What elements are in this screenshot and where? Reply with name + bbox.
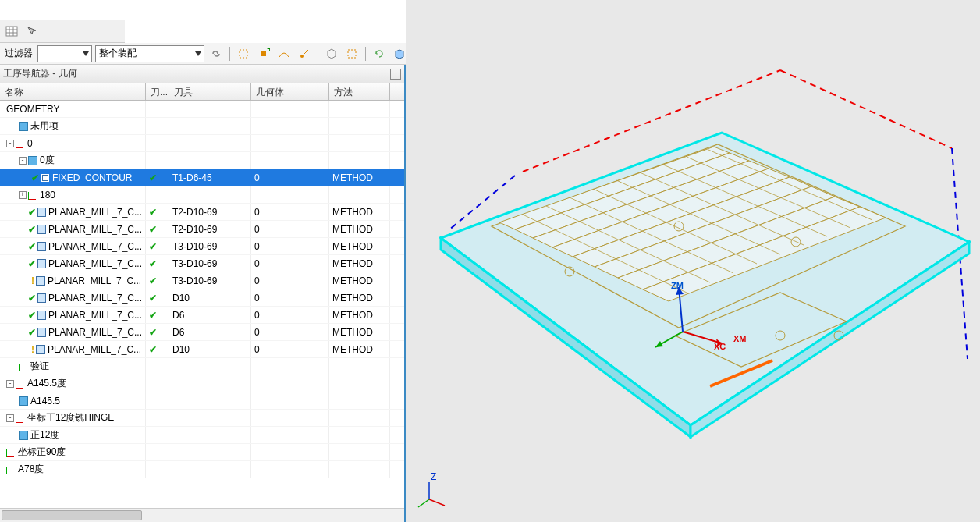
cell-geom: 0 [251,169,329,186]
row-name: PLANAR_MILL_7_C... [48,293,142,304]
track-check-icon: ✔ [149,207,157,218]
row-name: 坐标正90度 [18,446,66,459]
row-name: 验证 [30,360,49,373]
cell-tool [169,410,251,426]
tree-row[interactable]: GEOMETRY [0,101,404,118]
status-check-icon: ✔ [28,310,36,321]
row-name: PLANAR_MILL_7_C... [48,207,142,218]
column-geom[interactable]: 几何体 [251,83,329,100]
horizontal-scrollbar[interactable] [0,508,404,522]
tree-row[interactable]: 验证 [0,358,404,375]
column-tool[interactable]: 刀具 [169,83,251,100]
marquee-icon[interactable] [343,45,360,62]
cell-geom [251,392,329,409]
cell-method [329,444,390,460]
cell-method: METHOD [329,204,390,220]
cell-method [329,410,390,426]
status-check-icon: ✔ [28,224,36,235]
coord-icon [16,379,25,389]
hex-icon[interactable] [323,45,340,62]
cube-icon [19,122,28,131]
table-icon[interactable] [3,23,20,40]
separator [229,47,230,61]
tree-row[interactable]: ✔PLANAR_MILL_7_C...✔T3-D10-690METHOD [0,255,404,272]
tree-row[interactable]: ✔PLANAR_MILL_7_C...✔D60METHOD [0,324,404,341]
cell-geom [251,444,329,460]
tree-row[interactable]: 正12度 [0,427,404,444]
tree-row[interactable]: !PLANAR_MILL_7_C...✔D100METHOD [0,341,404,358]
expand-toggle[interactable]: + [19,191,27,199]
coord-icon [16,414,25,423]
tree-row[interactable]: -0度 [0,152,404,169]
expand-toggle[interactable]: - [19,157,27,165]
tree-row[interactable]: ✔FIXED_CONTOUR✔T1-D6-450METHOD [0,169,404,186]
tree-row[interactable]: 坐标正90度 [0,444,404,461]
tree-row[interactable]: -坐标正12度铣HINGE [0,410,404,427]
tree-body[interactable]: GEOMETRY未用项-0-0度✔FIXED_CONTOUR✔T1-D6-450… [0,101,404,522]
cell-geom [251,118,329,134]
cell-tool [169,186,251,203]
tree-row[interactable]: ✔PLANAR_MILL_7_C...✔D100METHOD [0,289,404,307]
cell-tool: T3-D10-69 [169,238,251,254]
cell-method [329,135,390,151]
track-check-icon: ✔ [149,172,157,183]
status-check-icon: ✔ [28,241,36,252]
column-method[interactable]: 方法 [329,83,390,100]
row-name: PLANAR_MILL_7_C... [48,327,142,338]
row-name: A145.5度 [27,377,66,390]
tree-row[interactable]: A78度 [0,461,404,478]
3d-viewport[interactable]: Z XC XM ZM [406,0,980,522]
row-name: PLANAR_MILL_7_C... [48,224,142,235]
track-check-icon: ✔ [149,344,157,355]
model-svg: Z [406,0,980,522]
column-name[interactable]: 名称 [0,83,146,100]
cell-geom: 0 [251,238,329,254]
tree-row[interactable]: A145.5 [0,392,404,410]
expand-toggle[interactable]: - [6,414,14,422]
panel-title: 工序导航器 - 几何 [3,67,77,80]
tree-row[interactable]: ✔PLANAR_MILL_7_C...✔T2-D10-690METHOD [0,204,404,221]
curve-icon[interactable] [275,45,293,62]
row-name: PLANAR_MILL_7_C... [48,241,142,252]
status-check-icon: ✔ [28,293,36,304]
tree-row[interactable]: -0 [0,135,404,152]
link-icon[interactable] [208,45,225,62]
tree-row[interactable]: !PLANAR_MILL_7_C...✔T3-D10-690METHOD [0,272,404,289]
scrollbar-thumb[interactable] [2,510,142,520]
select-icon[interactable] [235,45,252,62]
cell-geom: 0 [251,324,329,340]
separator [365,47,366,61]
column-track[interactable]: 刀... [146,83,169,100]
status-warn-icon: ! [31,344,34,355]
filter-bar: 过滤器 整个装配 + [0,43,421,65]
pin-icon[interactable] [390,69,401,80]
tree-row[interactable]: 未用项 [0,118,404,135]
assembly-combo[interactable]: 整个装配 [95,45,204,62]
operation-navigator-panel: 工序导航器 - 几何 名称 刀... 刀具 几何体 方法 GEOMETRY未用项… [0,65,406,522]
cell-method [329,375,390,392]
point-add-icon[interactable]: + [255,45,272,62]
track-check-icon: ✔ [149,275,157,286]
cell-tool [169,135,251,151]
cell-method: METHOD [329,341,390,357]
tree-row[interactable]: ✔PLANAR_MILL_7_C...✔T3-D10-690METHOD [0,238,404,255]
track-check-icon: ✔ [149,327,157,338]
refresh-icon[interactable] [371,45,388,62]
tree-row[interactable]: ✔PLANAR_MILL_7_C...✔T2-D10-690METHOD [0,221,404,238]
cell-geom: 0 [251,204,329,220]
status-check-icon: ✔ [31,172,39,183]
expand-toggle[interactable]: - [6,140,14,147]
row-name: PLANAR_MILL_7_C... [48,310,142,321]
cell-tool: D10 [169,289,251,306]
tree-row[interactable]: -A145.5度 [0,375,404,392]
point-icon[interactable] [296,45,313,62]
expand-toggle[interactable]: - [6,380,14,388]
arrow-tool-icon[interactable] [23,23,41,40]
tree-row[interactable]: ✔PLANAR_MILL_7_C...✔D60METHOD [0,307,404,324]
cell-geom [251,152,329,169]
cell-method: METHOD [329,289,390,306]
cell-tool [169,152,251,169]
row-name: PLANAR_MILL_7_C... [48,344,141,355]
filter-combo[interactable] [37,45,92,62]
tree-row[interactable]: +180 [0,186,404,204]
